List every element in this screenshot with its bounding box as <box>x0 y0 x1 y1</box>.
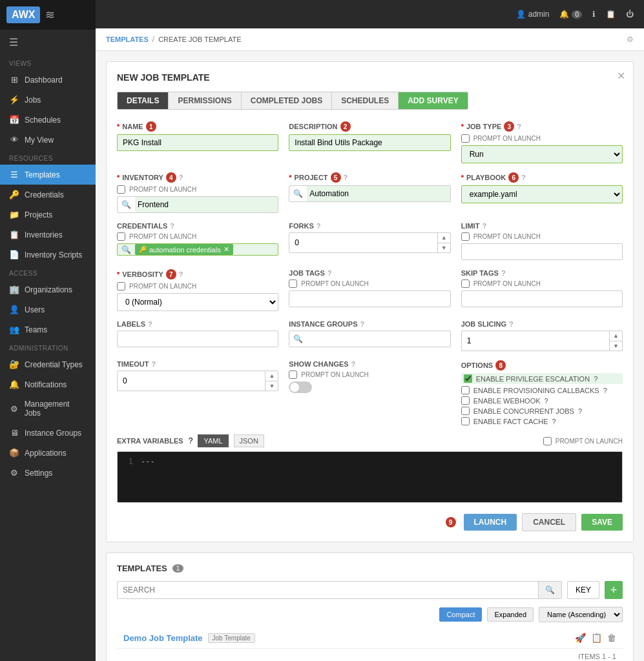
forks-help[interactable]: ? <box>317 222 321 230</box>
card-close-button[interactable]: ✕ <box>617 70 625 82</box>
credentials-help[interactable]: ? <box>170 222 174 230</box>
timeout-input[interactable] <box>118 373 265 389</box>
template-name[interactable]: Demo Job Template <box>123 633 203 643</box>
templates-search-input[interactable] <box>118 582 538 598</box>
playbook-select[interactable]: example.yaml <box>461 185 623 203</box>
fact-cache-help[interactable]: ? <box>552 418 556 425</box>
job-slicing-increment[interactable]: ▲ <box>610 331 622 341</box>
cancel-button[interactable]: CANCEL <box>522 513 576 531</box>
timeout-help[interactable]: ? <box>152 360 156 368</box>
job-tags-help[interactable]: ? <box>327 269 332 277</box>
template-launch-button[interactable]: 🚀 <box>575 633 586 643</box>
verbosity-select[interactable]: 0 (Normal) <box>117 293 278 311</box>
job-type-select[interactable]: Run <box>461 145 623 163</box>
instance-groups-input[interactable] <box>307 331 450 347</box>
fact-cache-checkbox[interactable] <box>461 417 470 425</box>
expanded-view-button[interactable]: Expanded <box>487 607 534 622</box>
sidebar-item-myview[interactable]: 👁 My View <box>0 130 96 150</box>
tab-schedules[interactable]: SCHEDULES <box>332 92 399 109</box>
show-changes-toggle[interactable] <box>289 381 312 393</box>
show-changes-help[interactable]: ? <box>351 360 356 368</box>
webhook-help[interactable]: ? <box>545 397 548 405</box>
privilege-escalation-checkbox[interactable] <box>464 374 472 383</box>
skip-tags-help[interactable]: ? <box>501 269 506 277</box>
skip-tags-input[interactable] <box>461 290 623 307</box>
labels-help[interactable]: ? <box>148 320 152 328</box>
template-delete-button[interactable]: 🗑 <box>607 633 616 643</box>
power-button[interactable]: ⏻ <box>626 10 634 19</box>
verbosity-help[interactable]: ? <box>179 270 183 278</box>
description-input[interactable] <box>289 134 450 151</box>
concurrent-jobs-checkbox[interactable] <box>461 407 470 415</box>
limit-help[interactable]: ? <box>482 222 486 230</box>
yaml-toggle[interactable]: YAML <box>198 434 228 447</box>
sidebar-item-templates[interactable]: ☰ Templates <box>0 165 96 185</box>
credentials-prompt-checkbox[interactable] <box>117 232 125 241</box>
save-button[interactable]: SAVE <box>581 514 623 531</box>
sidebar-item-inventory-scripts[interactable]: 📄 Inventory Scripts <box>0 245 96 265</box>
user-info[interactable]: 👤 admin <box>516 10 550 19</box>
notifications-bell[interactable]: 🔔 0 <box>559 10 582 19</box>
instance-groups-help[interactable]: ? <box>360 320 364 328</box>
job-tags-input[interactable] <box>289 290 450 307</box>
sidebar-item-applications[interactable]: 📦 Applications <box>0 443 96 463</box>
forks-input[interactable] <box>289 235 437 250</box>
template-copy-button[interactable]: 📋 <box>591 633 602 643</box>
forks-increment[interactable]: ▲ <box>438 233 450 243</box>
provisioning-callbacks-checkbox[interactable] <box>461 386 470 394</box>
info-button[interactable]: ℹ <box>592 10 596 19</box>
sidebar-item-credentials[interactable]: 🔑 Credentials <box>0 185 96 205</box>
sort-select[interactable]: Name (Ascending) <box>539 607 623 622</box>
clipboard-button[interactable]: 📋 <box>606 10 616 19</box>
sidebar-item-teams[interactable]: 👥 Teams <box>0 320 96 340</box>
sidebar-item-schedules[interactable]: 📅 Schedules <box>0 110 96 130</box>
concurrent-jobs-help[interactable]: ? <box>578 407 582 415</box>
breadcrumb-parent[interactable]: TEMPLATES <box>106 36 149 43</box>
templates-search-button[interactable]: 🔍 <box>538 582 561 598</box>
sidebar-item-organizations[interactable]: 🏢 Organizations <box>0 280 96 300</box>
provisioning-callbacks-help[interactable]: ? <box>603 387 607 394</box>
tab-permissions[interactable]: PERMISSIONS <box>169 92 241 109</box>
job-type-help[interactable]: ? <box>517 123 521 130</box>
inventory-help[interactable]: ? <box>179 174 183 181</box>
sidebar-item-notifications[interactable]: 🔔 Notifications <box>0 374 96 394</box>
job-slicing-input[interactable] <box>462 333 609 349</box>
timeout-decrement[interactable]: ▼ <box>265 381 278 391</box>
inventory-prompt-checkbox[interactable] <box>117 185 125 194</box>
show-changes-prompt-checkbox[interactable] <box>289 371 297 379</box>
sidebar-item-credential-types[interactable]: 🔐 Credential Types <box>0 354 96 374</box>
sidebar-item-instance-groups[interactable]: 🖥 Instance Groups <box>0 423 96 443</box>
sidebar-item-jobs[interactable]: ⚡ Jobs <box>0 90 96 110</box>
tab-add-survey[interactable]: ADD SURVEY <box>399 92 467 109</box>
project-input[interactable] <box>307 186 450 201</box>
json-toggle[interactable]: JSON <box>234 434 264 447</box>
menu-toggle[interactable]: ☰ <box>0 30 96 55</box>
sidebar-item-inventories[interactable]: 📋 Inventories <box>0 225 96 245</box>
extra-vars-help[interactable]: ? <box>189 436 193 445</box>
playbook-help[interactable]: ? <box>521 174 526 181</box>
timeout-increment[interactable]: ▲ <box>265 371 278 381</box>
skip-tags-prompt-checkbox[interactable] <box>461 280 470 288</box>
add-template-button[interactable]: + <box>605 581 623 599</box>
privilege-escalation-help[interactable]: ? <box>594 375 597 383</box>
sidebar-item-users[interactable]: 👤 Users <box>0 300 96 320</box>
tab-completed-jobs[interactable]: COMPLETED JOBS <box>242 92 332 109</box>
compact-view-button[interactable]: Compact <box>439 607 482 622</box>
sidebar-item-management-jobs[interactable]: ⚙ Management Jobs <box>0 394 96 423</box>
project-help[interactable]: ? <box>344 174 348 181</box>
labels-input[interactable] <box>117 330 278 347</box>
extra-vars-prompt-checkbox[interactable] <box>543 437 552 445</box>
job-tags-prompt-checkbox[interactable] <box>289 280 297 288</box>
webhook-checkbox[interactable] <box>461 396 470 405</box>
job-slicing-help[interactable]: ? <box>509 320 514 328</box>
sidebar-item-dashboard[interactable]: ⊞ Dashboard <box>0 70 96 90</box>
forks-decrement[interactable]: ▼ <box>438 243 450 253</box>
limit-input[interactable] <box>461 243 623 260</box>
verbosity-prompt-checkbox[interactable] <box>117 282 125 290</box>
code-editor[interactable]: 1 --- <box>117 451 623 503</box>
credential-tag-remove[interactable]: ✕ <box>223 245 229 254</box>
breadcrumb-settings-icon[interactable]: ⚙ <box>627 35 634 44</box>
job-type-prompt-checkbox[interactable] <box>461 134 470 143</box>
name-input[interactable] <box>117 134 278 151</box>
inventory-input[interactable] <box>135 197 278 212</box>
